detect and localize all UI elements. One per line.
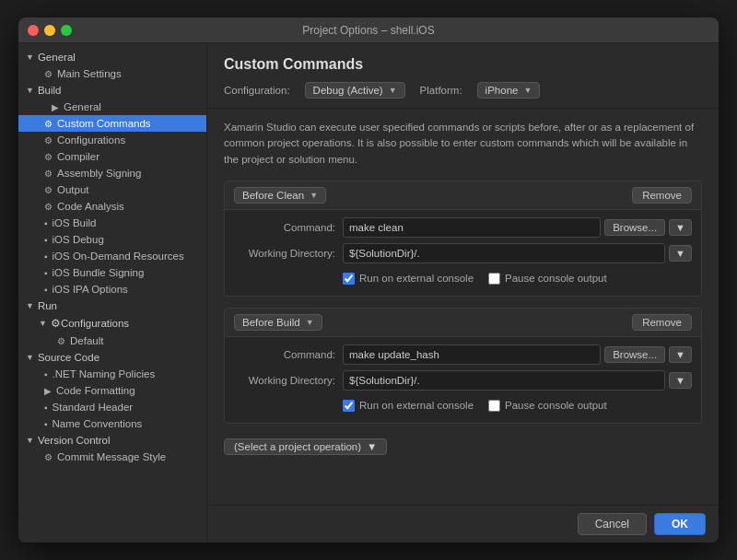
pause-console-text-2: Pause console output — [505, 400, 607, 411]
run-external-text-2: Run on external console — [359, 400, 474, 411]
working-dir-input-2[interactable] — [343, 370, 665, 391]
sidebar-item-name-conventions[interactable]: ▪ Name Conventions — [18, 415, 206, 432]
sidebar-item-run-default[interactable]: ⚙ Default — [18, 332, 206, 349]
pause-console-label[interactable]: Pause console output — [488, 273, 607, 285]
command-input-2[interactable] — [343, 344, 601, 365]
cancel-button[interactable]: Cancel — [578, 513, 647, 535]
working-dir-field-row: Working Directory: ▼ — [234, 243, 692, 263]
run-external-label[interactable]: Run on external console — [343, 273, 474, 285]
page-title: Custom Commands — [224, 56, 702, 73]
pause-console-checkbox[interactable] — [488, 273, 500, 285]
sidebar-item-configurations[interactable]: ⚙ Configurations — [18, 132, 206, 148]
titlebar: Project Options – shell.iOS — [18, 18, 719, 43]
sidebar-item-standard-header[interactable]: ▪ Standard Header — [18, 399, 206, 415]
sidebar-item-output-label: Output — [57, 184, 89, 195]
platform-value: iPhone — [485, 85, 519, 96]
sidebar-item-ios-ipa-options[interactable]: ▪ iOS IPA Options — [18, 281, 206, 298]
sidebar-section-general-label: General — [38, 52, 76, 63]
remove-before-build-button[interactable]: Remove — [632, 314, 692, 331]
pause-console-text: Pause console output — [505, 273, 607, 284]
chevron-down-icon: ▼ — [310, 191, 318, 200]
config-row: Configuration: Debug (Active) ▼ Platform… — [224, 82, 702, 99]
sidebar-item-ios-bundle-signing[interactable]: ▪ iOS Bundle Signing — [18, 264, 206, 281]
gear-icon: ⚙ — [44, 185, 53, 195]
sidebar-item-ios-on-demand[interactable]: ▪ iOS On-Demand Resources — [18, 248, 206, 264]
command-block-before-clean-header: Before Clean ▼ Remove — [225, 181, 701, 210]
description-text: Xamarin Studio can execute user specifie… — [224, 120, 702, 168]
sidebar-section-build[interactable]: ▼ Build — [18, 82, 206, 99]
working-dir-input-row: ▼ — [343, 243, 692, 263]
configuration-dropdown[interactable]: Debug (Active) ▼ — [305, 82, 405, 99]
configuration-value: Debug (Active) — [313, 85, 383, 96]
sidebar-item-commit-message-label: Commit Message Style — [57, 451, 166, 462]
before-clean-type-dropdown[interactable]: Before Clean ▼ — [234, 187, 326, 204]
browse-command-button[interactable]: Browse... — [604, 219, 665, 236]
before-clean-type-label: Before Clean — [242, 190, 304, 201]
working-dir-dropdown-arrow-2[interactable]: ▼ — [669, 372, 692, 389]
sidebar-item-output[interactable]: ⚙ Output — [18, 181, 206, 198]
sidebar-item-code-formatting[interactable]: ▶ Code Formatting — [18, 382, 206, 399]
sidebar-item-ios-build[interactable]: ▪ iOS Build — [18, 215, 206, 231]
sidebar-item-build-general-label: General — [64, 101, 101, 112]
item-icon: ▪ — [44, 402, 48, 413]
minimize-button[interactable] — [44, 25, 55, 36]
sidebar-item-custom-commands-label: Custom Commands — [57, 118, 151, 129]
config-label: Configuration: — [224, 85, 290, 96]
before-build-type-dropdown[interactable]: Before Build ▼ — [234, 314, 322, 331]
before-build-fields: Command: Browse... ▼ Working Directory: — [225, 337, 701, 423]
command-input[interactable] — [343, 217, 601, 238]
content-area: ▼ General ⚙ Main Settings ▼ Build ▶ Gene… — [18, 43, 719, 542]
close-button[interactable] — [28, 25, 39, 36]
sidebar-section-source-code[interactable]: ▼ Source Code — [18, 349, 206, 366]
sidebar-section-version-control[interactable]: ▼ Version Control — [18, 432, 206, 449]
chevron-down-icon: ▼ — [26, 86, 34, 95]
sidebar-section-run[interactable]: ▼ Run — [18, 298, 206, 314]
sidebar-item-code-analysis[interactable]: ⚙ Code Analysis — [18, 198, 206, 215]
chevron-down-icon: ▼ — [523, 86, 532, 95]
run-external-checkbox[interactable] — [343, 273, 355, 285]
chevron-down-icon: ▼ — [39, 319, 47, 328]
sidebar-section-general[interactable]: ▼ General — [18, 49, 206, 65]
sidebar-item-ios-debug[interactable]: ▪ iOS Debug — [18, 231, 206, 248]
sidebar-item-run-configurations-label: Configurations — [61, 318, 129, 329]
working-dir-dropdown-arrow[interactable]: ▼ — [669, 245, 692, 262]
ok-button[interactable]: OK — [654, 513, 706, 535]
sidebar-item-custom-commands[interactable]: ⚙ Custom Commands — [18, 115, 206, 132]
run-external-label-2[interactable]: Run on external console — [343, 400, 474, 412]
gear-icon: ⚙ — [44, 169, 53, 179]
sidebar-section-build-label: Build — [38, 85, 62, 96]
main-window: Project Options – shell.iOS ▼ General ⚙ … — [18, 18, 719, 542]
gear-icon: ⚙ — [57, 336, 65, 346]
sidebar-item-commit-message[interactable]: ⚙ Commit Message Style — [18, 449, 206, 465]
sidebar-item-ios-build-label: iOS Build — [53, 217, 97, 228]
working-dir-input[interactable] — [343, 243, 665, 263]
command-dropdown-arrow-2[interactable]: ▼ — [669, 346, 692, 363]
item-icon: ▪ — [44, 218, 48, 228]
remove-before-clean-button[interactable]: Remove — [632, 187, 692, 204]
sidebar-item-run-configurations[interactable]: ▼ ⚙ Configurations — [18, 314, 206, 332]
working-dir-label: Working Directory: — [234, 248, 335, 259]
platform-label: Platform: — [420, 85, 462, 96]
sidebar-item-code-formatting-label: Code Formatting — [56, 385, 135, 396]
pause-console-label-2[interactable]: Pause console output — [488, 400, 607, 412]
item-icon: ▪ — [44, 369, 48, 379]
working-dir-label-2: Working Directory: — [234, 375, 335, 386]
platform-dropdown[interactable]: iPhone ▼ — [477, 82, 541, 99]
sidebar-item-name-conventions-label: Name Conventions — [53, 418, 143, 429]
main-content: Xamarin Studio can execute user specifie… — [207, 109, 719, 505]
sidebar-item-compiler[interactable]: ⚙ Compiler — [18, 148, 206, 165]
browse-command-button-2[interactable]: Browse... — [604, 346, 665, 363]
run-external-checkbox-2[interactable] — [343, 400, 355, 412]
command-dropdown-arrow[interactable]: ▼ — [669, 219, 692, 236]
item-icon: ▪ — [44, 268, 48, 278]
sidebar-item-build-general[interactable]: ▶ General — [18, 99, 206, 115]
sidebar-item-assembly-signing[interactable]: ⚙ Assembly Signing — [18, 165, 206, 181]
maximize-button[interactable] — [61, 25, 72, 36]
sidebar-item-main-settings[interactable]: ⚙ Main Settings — [18, 65, 206, 82]
pause-console-checkbox-2[interactable] — [488, 400, 500, 412]
sidebar-item-net-naming[interactable]: ▪ .NET Naming Policies — [18, 366, 206, 382]
chevron-down-icon: ▼ — [389, 86, 397, 95]
gear-icon: ⚙ — [51, 317, 61, 330]
gear-icon: ⚙ — [44, 152, 53, 162]
add-operation-button[interactable]: (Select a project operation) ▼ — [224, 438, 387, 455]
